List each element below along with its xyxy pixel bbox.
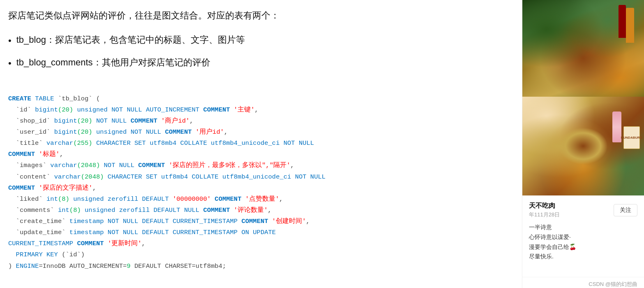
brand-label: BUNDABURG xyxy=(623,126,640,149)
intro-heading: 探店笔记类似点评网站的评价，往往是图文结合。对应的表有两个： xyxy=(8,8,510,23)
bullet-list: • tb_blog：探店笔记表，包含笔记中的标题、文字、图片等 • tb_blo… xyxy=(8,33,510,70)
user-info: 天不吃肉 年111月28日 xyxy=(529,202,560,218)
user-name: 天不吃肉 xyxy=(529,202,560,210)
user-bio: 一半诗意 心怀诗意以谋爱· 漫要学会自己给🍒 尽量快乐. xyxy=(529,223,637,262)
bullet-dot: • xyxy=(8,56,12,70)
list-item: • tb_blog_comments：其他用户对探店笔记的评价 xyxy=(8,55,510,70)
right-sidebar: BUNDABURG 天不吃肉 年111月28日 关注 一半诗意 心怀诗意以谋爱·… xyxy=(522,0,644,288)
bio-line-3: 漫要学会自己给🍒 xyxy=(529,242,637,252)
follow-button[interactable]: 关注 xyxy=(614,204,637,216)
food-image-bottom: BUNDABURG xyxy=(522,97,644,195)
list-item: • tb_blog：探店笔记表，包含笔记中的标题、文字、图片等 xyxy=(8,33,510,48)
sql-code-block: CREATE TABLE `tb_blog` ( `id` bigint(20)… xyxy=(8,82,510,283)
food-images-container: BUNDABURG xyxy=(522,0,644,195)
bio-line-4: 尽量快乐. xyxy=(529,252,637,262)
pink-bottle-decoration xyxy=(612,111,621,142)
food-image-top xyxy=(522,0,644,97)
csdn-footer: CSDN @猫的幻想曲 xyxy=(522,277,644,288)
user-date: 年111月28日 xyxy=(529,211,560,218)
keyword-create: CREATE xyxy=(8,95,31,102)
csdn-credit-text: CSDN @猫的幻想曲 xyxy=(589,281,637,287)
food-bottom-visual: BUNDABURG xyxy=(522,97,644,195)
user-header: 天不吃肉 年111月28日 关注 xyxy=(529,202,637,218)
bio-line-1: 一半诗意 xyxy=(529,223,637,232)
main-content: 探店笔记类似点评网站的评价，往往是图文结合。对应的表有两个： • tb_blog… xyxy=(0,0,522,288)
list-item-text: tb_blog：探店笔记表，包含笔记中的标题、文字、图片等 xyxy=(16,33,245,47)
list-item-text: tb_blog_comments：其他用户对探店笔记的评价 xyxy=(16,55,210,70)
bio-line-2: 心怀诗意以谋爱· xyxy=(529,232,637,242)
bullet-dot: • xyxy=(8,33,12,48)
food-top-visual xyxy=(522,0,644,97)
user-section: 天不吃肉 年111月28日 关注 一半诗意 心怀诗意以谋爱· 漫要学会自己给🍒 … xyxy=(522,195,644,277)
